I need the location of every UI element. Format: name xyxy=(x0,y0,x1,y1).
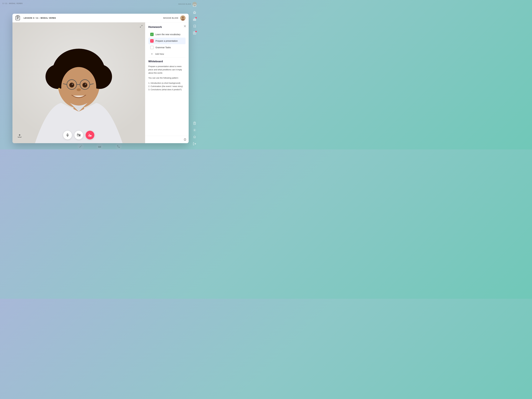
hw-check-2: − xyxy=(150,39,154,43)
svg-point-33 xyxy=(72,83,73,85)
lesson-title: LESSON 3 / 11 : MODAL VERBS xyxy=(24,17,56,19)
hw-label-2: Prepare a presentation xyxy=(156,40,177,42)
svg-line-37 xyxy=(141,25,142,26)
svg-point-32 xyxy=(82,83,87,88)
svg-point-35 xyxy=(77,89,81,91)
ghost-video: 📷 xyxy=(96,143,103,149)
whiteboard-para-3: 1. Introduction (a short background)2. C… xyxy=(148,82,185,91)
sidebar-home-icon[interactable] xyxy=(191,9,198,16)
svg-rect-1 xyxy=(194,19,195,21)
svg-rect-0 xyxy=(193,19,194,20)
svg-rect-2 xyxy=(195,18,196,21)
panel-close-button[interactable] xyxy=(183,24,187,28)
homework-item-1[interactable]: ✓ Learn the new vocabulary xyxy=(148,31,185,38)
whiteboard-para-1: Prepare a presentation about a news piec… xyxy=(148,65,185,75)
sidebar-chart-icon[interactable] xyxy=(191,16,198,22)
whiteboard-para-2: You can use the following pattern: xyxy=(148,76,185,80)
sidebar-settings-icon[interactable] xyxy=(191,127,198,133)
far-right-sidebar: Ω xyxy=(190,0,199,149)
video-area xyxy=(13,22,145,143)
add-new-label: Add New xyxy=(155,53,164,55)
svg-point-36 xyxy=(58,88,60,90)
sidebar-bookmark-icon[interactable] xyxy=(191,23,198,29)
hw-check-1: ✓ xyxy=(150,33,154,36)
header-avatar xyxy=(180,15,185,21)
hw-label-1: Learn the new vocabulary xyxy=(156,33,180,36)
main-window: LESSON 3 / 11 : MODAL VERBS MAGGIE BLAKE xyxy=(13,14,189,143)
svg-rect-39 xyxy=(67,134,68,135)
share-button[interactable] xyxy=(17,134,22,138)
omega-button[interactable]: Ω xyxy=(184,138,186,141)
svg-point-10 xyxy=(194,130,195,131)
expand-icon[interactable] xyxy=(140,25,143,28)
hangup-button[interactable] xyxy=(86,131,94,139)
svg-point-31 xyxy=(69,83,74,88)
homework-list: ✓ Learn the new vocabulary − Prepare a p… xyxy=(148,31,185,51)
svg-line-38 xyxy=(140,27,141,27)
homework-item-2[interactable]: − Prepare a presentation xyxy=(148,38,185,44)
ghost-mic: 🎤 xyxy=(77,143,84,149)
homework-section: Homework ✓ Learn the new vocabulary − Pr… xyxy=(145,22,189,57)
add-new-icon: + xyxy=(150,52,154,56)
video-controls xyxy=(63,131,94,139)
panel-bottom: Ω xyxy=(145,136,189,143)
add-new-button[interactable]: + Add New xyxy=(148,51,185,57)
svg-point-12 xyxy=(182,17,184,18)
ghost-controls: 🎤 📷 📞 xyxy=(0,143,199,149)
video-person xyxy=(13,22,145,143)
right-panel: Homework ✓ Learn the new vocabulary − Pr… xyxy=(145,22,189,143)
sidebar-signout-icon[interactable] xyxy=(191,141,198,147)
svg-point-25 xyxy=(61,67,96,107)
sidebar-folder-icon[interactable] xyxy=(191,2,198,9)
mic-button[interactable] xyxy=(63,131,72,139)
whiteboard-content: Prepare a presentation about a news piec… xyxy=(148,65,185,91)
homework-item-3[interactable]: Grammar Tasks xyxy=(148,44,185,51)
lesson-icon xyxy=(16,16,20,20)
svg-point-34 xyxy=(85,83,86,85)
bg-username: MAGGIE BLAKE xyxy=(178,3,191,5)
hw-label-3: Grammar Tasks xyxy=(156,46,171,49)
sidebar-clipboard-icon[interactable] xyxy=(191,120,198,126)
bg-title: 3 / 11 : MODAL VERBS xyxy=(2,2,23,4)
whiteboard-section: Whiteboard Prepare a presentation about … xyxy=(145,57,189,136)
window-body: Homework ✓ Learn the new vocabulary − Pr… xyxy=(13,22,189,143)
hw-check-3 xyxy=(150,46,154,49)
sidebar-notes-icon[interactable] xyxy=(191,30,198,36)
ghost-hangup: 📞 xyxy=(115,143,122,149)
whiteboard-title: Whiteboard xyxy=(148,60,185,63)
sidebar-omega-icon[interactable]: Ω xyxy=(191,134,198,140)
header-username: MAGGIE BLAKE xyxy=(163,17,178,19)
video-button[interactable] xyxy=(74,131,83,139)
homework-title: Homework xyxy=(148,25,185,29)
window-header: LESSON 3 / 11 : MODAL VERBS MAGGIE BLAKE xyxy=(13,14,189,22)
